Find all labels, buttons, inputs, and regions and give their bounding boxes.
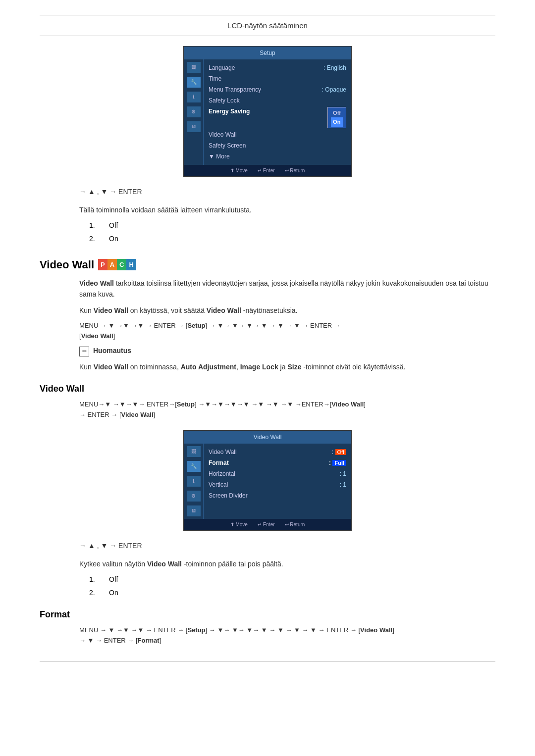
videowall-desc1: Video Wall tarkoittaa toisiinsa liitetty… [79, 278, 495, 300]
videowall-menu-path1: MENU → ▼ →▼ →▼ → ENTER → [Setup] → ▼→ ▼→… [79, 321, 495, 342]
vw-label-videowall: Video Wall [209, 448, 237, 456]
vw-icon-4: ⚙ [187, 491, 201, 502]
icon-item-1: 🖼 [187, 62, 201, 73]
menu-sidebar: 🖼 🔧 ℹ ⚙ 🖥 Language : English Time Menu T… [184, 59, 351, 165]
top-border [40, 15, 495, 15]
badge-h: H [126, 259, 136, 271]
vw-row-screendivider: Screen Divider [209, 490, 346, 501]
bottom-move: ⬆ Move [230, 167, 248, 174]
menu-row-videowall: Video Wall [209, 129, 346, 140]
note-bold3: Image Lock [240, 363, 278, 371]
icon-item-2: 🔧 [187, 77, 201, 88]
menu-icons: 🖼 🔧 ℹ ⚙ 🖥 [184, 59, 204, 165]
videowall-menu-screenshot: Video Wall 🖼 🔧 ℹ ⚙ 🖥 Video Wall : Off Fo… [183, 430, 352, 531]
menu-label-more: ▼ More [209, 152, 230, 161]
menu-row-language: Language : English [209, 62, 346, 73]
vw-option-2-num: 2. [89, 588, 99, 598]
vw-label-vertical: Vertical [209, 480, 228, 489]
note-label-text: Huomautus [93, 347, 131, 354]
menu-label-energysaving: Energy Saving [209, 107, 250, 128]
vw-description: Kytkee valitun näytön Video Wall -toimin… [79, 558, 495, 569]
menu-label-language: Language [209, 63, 235, 72]
menu-label-time: Time [209, 74, 221, 83]
energy-option-2-label: On [109, 234, 118, 244]
vw-row-format: Format : Full [209, 457, 346, 468]
videowall-subsection-header: Video Wall [40, 382, 495, 396]
menu-row-safetylock: Safety Lock [209, 95, 346, 106]
menu-bottom-bar: ⬆ Move ↵ Enter ↩ Return [184, 165, 351, 176]
format-menu-path: MENU → ▼ →▼ →▼ → ENTER → [Setup] → ▼→ ▼→… [79, 625, 495, 646]
vw-option-1-label: Off [109, 574, 118, 585]
note-bold4: Size [287, 363, 301, 371]
vw-option-1-num: 1. [89, 574, 99, 585]
vw-icon-5: 🖥 [187, 505, 201, 516]
menu-row-more: ▼ More [209, 151, 346, 162]
menu-value-transparency: : Opaque [322, 85, 346, 94]
vw-icon-1: 🖼 [187, 446, 201, 457]
vw-full-badge: Full [332, 460, 346, 466]
icon-item-4: ⚙ [187, 106, 201, 117]
menu-row-time: Time [209, 73, 346, 84]
energy-option-1-label: Off [109, 220, 118, 231]
vw-value-format: : Full [329, 458, 346, 467]
sub-path-setup: Setup [177, 401, 195, 408]
vw-title-bar: Video Wall [184, 431, 351, 444]
videowall-desc2: Kun Video Wall on käytössä, voit säätää … [79, 305, 495, 316]
badge-container: P A C H [98, 259, 136, 271]
energy-saving-dropdown: Off On [327, 107, 346, 128]
page-title: LCD-näytön säätäminen [40, 20, 495, 36]
energy-nav-instruction: → ▲ , ▼ → ENTER [79, 187, 495, 197]
vw-value-horizontal: : 1 [340, 469, 346, 478]
menu-value-language: : English [323, 63, 346, 72]
setup-menu-screenshot: Setup 🖼 🔧 ℹ ⚙ 🖥 Language : English Time [183, 46, 352, 177]
vw-row-horizontal: Horizontal : 1 [209, 468, 346, 479]
format-path-videowall: Video Wall [360, 626, 392, 634]
vw-value-videowall: : Off [332, 448, 346, 456]
vw-option-2-label: On [109, 588, 118, 598]
note-bold1: Video Wall [94, 363, 128, 371]
icon-item-5: 🖥 [187, 121, 201, 132]
bottom-border [40, 661, 495, 661]
menu-label-transparency: Menu Transparency [209, 85, 261, 94]
note-label: Huomautus [93, 346, 131, 356]
videowall-bold1: Video Wall [79, 279, 114, 287]
video-wall-section-header: Video Wall P A C H [40, 256, 495, 273]
menu-label-videowall: Video Wall [209, 130, 237, 139]
videowall-sub-menupath1: MENU→▼ →▼→▼→ ENTER→[Setup] →▼→▼→▼→▼ →▼ →… [79, 400, 495, 420]
energy-option-1: 1. Off [89, 220, 495, 231]
path-videowall: Video Wall [81, 332, 113, 340]
bottom-return: ↩ Return [285, 167, 305, 174]
vw-desc-bold: Video Wall [147, 560, 182, 568]
vw-option-2: 2. On [89, 588, 495, 598]
dropdown-on: On [331, 117, 343, 127]
note-box: ✏ Huomautus [79, 346, 495, 356]
vw-label-format: Format [209, 458, 229, 467]
vw-option-1: 1. Off [89, 574, 495, 585]
vw-icon-2: 🔧 [187, 461, 201, 472]
menu-label-safetyscreen: Safety Screen [209, 141, 246, 150]
vw-bottom-enter: ↵ Enter [258, 521, 275, 528]
vw-spacer [209, 501, 346, 516]
videowall-bold2: Video Wall [94, 306, 128, 314]
format-path-format: Format [138, 637, 160, 644]
format-path-setup: Setup [187, 626, 205, 634]
vw-content: Video Wall : Off Format : Full Horizonta… [204, 444, 351, 519]
vw-bottom-return: ↩ Return [285, 521, 305, 528]
dropdown-off: Off [331, 108, 343, 118]
energy-description: Tällä toiminnolla voidaan säätää laittee… [79, 204, 495, 215]
path-setup: Setup [187, 322, 205, 329]
vw-icons: 🖼 🔧 ℹ ⚙ 🖥 [184, 444, 204, 519]
menu-label-safetylock: Safety Lock [209, 96, 240, 105]
video-wall-header-text: Video Wall [40, 256, 94, 273]
page-container: LCD-näytön säätäminen Setup 🖼 🔧 ℹ ⚙ 🖥 La… [0, 0, 535, 676]
vw-label-screendivider: Screen Divider [209, 491, 248, 500]
bottom-enter: ↵ Enter [258, 167, 275, 174]
videowall-bold3: Video Wall [207, 306, 241, 314]
badge-a: A [107, 259, 117, 271]
energy-option-1-num: 1. [89, 220, 99, 231]
menu-row-energysaving: Energy Saving Off On [209, 106, 346, 129]
sub-path-videowall: Video Wall [331, 401, 364, 408]
badge-p: P [98, 259, 107, 271]
menu-title-bar: Setup [184, 47, 351, 59]
menu-content: Language : English Time Menu Transparenc… [204, 59, 351, 165]
